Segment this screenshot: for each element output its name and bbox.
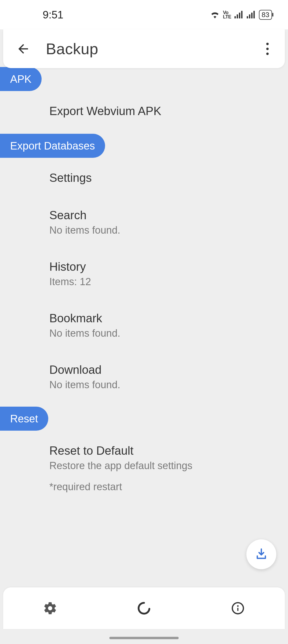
item-subtitle: No items found.	[49, 225, 288, 236]
section-chip-reset: Reset	[0, 407, 48, 431]
svg-rect-2	[239, 13, 240, 18]
section-chip-label: Export Databases	[10, 140, 95, 152]
arrow-back-icon	[16, 42, 30, 56]
nav-settings-button[interactable]	[26, 595, 74, 622]
item-title: Bookmark	[49, 312, 288, 325]
nav-refresh-button[interactable]	[120, 595, 168, 622]
status-bar: 9:51 VoLTE 83	[0, 0, 288, 29]
restart-note: *required restart	[0, 472, 288, 493]
svg-point-10	[266, 52, 269, 55]
item-subtitle: Restore the app default settings	[49, 460, 288, 472]
section-chip-apk: APK	[0, 67, 42, 91]
section-chip-label: Reset	[10, 413, 38, 425]
item-title: Export Webvium APK	[49, 104, 288, 118]
item-download[interactable]: Download No items found.	[0, 350, 288, 391]
volte-icon: VoLTE	[223, 10, 231, 19]
home-indicator[interactable]	[109, 637, 179, 639]
item-title: History	[49, 260, 288, 273]
gear-icon	[43, 601, 57, 615]
item-reset-default[interactable]: Reset to Default Restore the app default…	[0, 431, 288, 472]
overflow-menu-button[interactable]	[258, 37, 277, 61]
item-search[interactable]: Search No items found.	[0, 195, 288, 236]
download-icon	[254, 547, 268, 561]
download-fab[interactable]	[246, 539, 276, 569]
more-vert-icon	[266, 43, 269, 55]
page-title: Backup	[46, 40, 98, 58]
signal-icon-1	[234, 9, 243, 21]
svg-point-8	[266, 43, 269, 45]
item-title: Reset to Default	[49, 444, 288, 457]
item-title: Download	[49, 363, 288, 376]
item-title: Search	[49, 209, 288, 222]
svg-rect-0	[234, 16, 236, 18]
svg-rect-6	[251, 13, 253, 18]
status-time: 9:51	[43, 9, 63, 21]
svg-rect-1	[237, 14, 238, 18]
status-right: VoLTE 83	[210, 9, 272, 21]
item-history[interactable]: History Items: 12	[0, 247, 288, 288]
back-button[interactable]	[11, 37, 35, 61]
item-subtitle: No items found.	[49, 379, 288, 391]
svg-rect-5	[249, 14, 250, 18]
item-subtitle: Items: 12	[49, 276, 288, 288]
item-export-apk[interactable]: Export Webvium APK	[0, 91, 288, 118]
svg-point-9	[266, 48, 269, 50]
spinner-icon	[137, 601, 151, 615]
battery-level: 83	[262, 11, 269, 19]
signal-icon-2	[247, 9, 256, 21]
svg-rect-3	[241, 11, 242, 18]
battery-indicator: 83	[259, 10, 272, 20]
section-chip-export-databases: Export Databases	[0, 134, 105, 158]
nav-info-button[interactable]	[214, 595, 262, 622]
item-subtitle: No items found.	[49, 328, 288, 339]
bottom-nav	[3, 587, 285, 629]
svg-rect-7	[253, 11, 255, 18]
svg-point-12	[237, 605, 239, 607]
svg-rect-4	[247, 16, 248, 18]
info-icon	[231, 602, 245, 615]
svg-rect-13	[237, 608, 238, 611]
wifi-icon	[210, 9, 220, 21]
item-bookmark[interactable]: Bookmark No items found.	[0, 298, 288, 339]
app-bar: Backup	[3, 29, 285, 68]
item-title: Settings	[49, 171, 288, 184]
section-chip-label: APK	[10, 73, 31, 85]
item-settings[interactable]: Settings	[0, 158, 288, 184]
content: APK Export Webvium APK Export Databases …	[0, 68, 288, 493]
